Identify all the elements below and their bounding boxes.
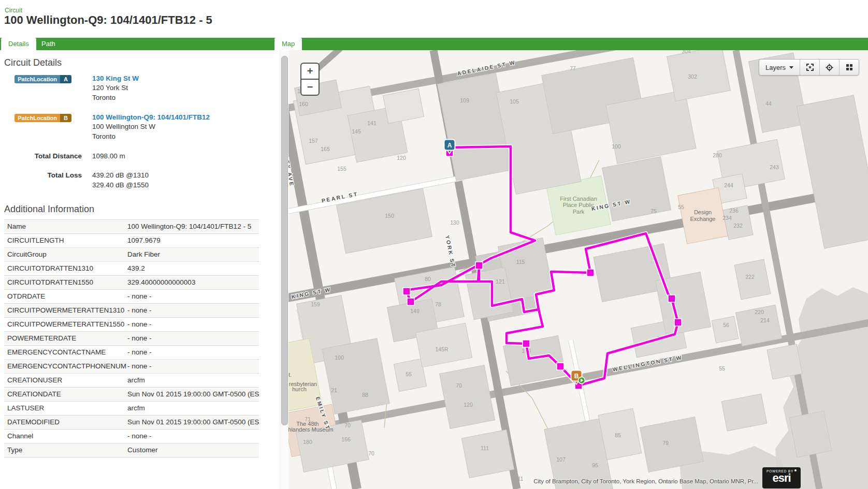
map-label: 243 [770,164,779,170]
info-key: OTDRDATE [4,290,127,303]
fullscreen-icon[interactable] [800,60,819,75]
info-row: CIRCUITPOWERMETERATTEN1310- none - [4,304,259,318]
map-label: 232 [733,223,743,229]
info-value: Sun Nov 01 2015 19:00:00 GMT-0500 (EST) [127,388,259,401]
building [789,411,832,457]
info-row: CircuitGroupDark Fiber [4,248,259,262]
map-label: 78 [435,301,441,307]
total-value: 1098.00 m [92,152,125,160]
building [767,344,802,379]
tab-bar: Details Path Map [0,38,868,50]
location-address-line: 120 York St [92,84,128,92]
map-label: 141 [367,120,377,126]
layers-dropdown-button[interactable]: Layers [759,60,800,75]
info-value: - none - [127,360,259,373]
esri-globe-dot [794,469,797,471]
circuit-vertex[interactable] [587,269,594,276]
tab-details[interactable]: Details [1,38,36,50]
circuit-vertex[interactable] [403,288,410,295]
info-key: CIRCUITOTDRATTEN1550 [4,276,127,289]
info-row: DATEMODIFIEDSun Nov 01 2015 19:00:00 GMT… [4,416,259,429]
info-value: 329.40000000000003 [127,276,259,289]
location-address-line: Toronto [92,132,115,140]
zoom-out-button[interactable]: − [301,80,319,95]
map-label: 234 [722,215,732,221]
circuit-vertex[interactable] [407,298,414,305]
info-row: CREATIONUSERarcfm [4,374,259,388]
map-label: 85 [615,432,621,438]
map-svg[interactable]: ADELAIDE ST WKING ST WKING ST WWELLINGTO… [288,50,868,489]
page-header: Circuit 100 Wellington-Q9: 104/1401/FTB1… [0,0,868,38]
map-label: 11 [518,476,524,482]
circuit-vertex[interactable] [674,319,682,326]
map-label: 280 [713,152,722,158]
circuit-vertex[interactable] [557,363,564,370]
map-label: Park [573,209,585,215]
map-label: 88 [362,392,368,398]
info-key: EMERGENCYCONTACTPHONENUM [4,360,127,373]
map-label: Design [694,209,712,215]
map-label: 21 [331,387,337,393]
total-value: 329.40 dB @1550 [92,181,149,189]
tab-map[interactable]: Map [274,38,302,50]
map-label: 120 [464,402,473,408]
locate-icon[interactable] [819,60,839,75]
circuit-vertex[interactable] [668,295,675,302]
map-label: 100 [612,143,621,150]
map-label: 120 [397,155,406,161]
info-value: arcfm [127,402,259,415]
map-label: 121 [496,278,505,285]
panel-scrollbar-thumb[interactable] [281,56,288,425]
map-label: 75 [650,208,657,214]
info-row: CIRCUITOTDRATTEN1310439.2 [4,262,259,276]
map-label: 214 [760,317,770,323]
map-label: 70 [456,382,462,389]
info-value: - none - [127,429,259,443]
circuit-vertex[interactable] [475,262,483,269]
total-value: 439.20 dB @1310 [92,171,149,179]
map-label: 44 [765,100,772,107]
info-key: CircuitGroup [4,248,127,261]
map-label: 105 [510,98,519,105]
map-canvas[interactable]: ADELAIDE ST WKING ST WKING ST WWELLINGTO… [288,50,868,489]
info-row: POWERMETERDATE- none - [4,332,259,346]
info-row: EMERGENCYCONTACTNAME- none - [4,346,259,360]
location-link[interactable]: 130 King St W [92,75,139,82]
map-label: First Canadian [560,196,597,202]
info-key: CIRCUITPOWERMETERATTEN1310 [4,304,127,317]
map-label: 55 [719,365,725,372]
map-label: 236 [729,208,739,214]
info-key: EMERGENCYCONTACTNAME [4,346,127,359]
patch-location-badge: PatchLocationA [15,75,71,83]
tab-path[interactable]: Path [34,38,63,50]
svg-text:A: A [447,142,452,149]
map-zoom-control: + − [300,63,320,96]
info-value: Dark Fiber [127,248,259,261]
breadcrumb: Circuit [5,7,22,14]
info-key: CIRCUITLENGTH [4,234,127,247]
additional-info-title: Additional Information [4,204,94,215]
map-label: 95 [592,462,598,468]
map-toolbar: Layers [759,59,859,76]
svg-text:B: B [574,373,579,380]
map-label: 70 [344,422,351,428]
info-row: Name100 Wellington-Q9: 104/1401/FTB12 - … [4,220,259,234]
basemap-grid-icon[interactable] [839,60,859,75]
info-value: - none - [127,318,259,331]
map-attribution: City of Brampton, City of Toronto, York … [533,478,758,484]
info-key: DATEMODIFIED [4,416,127,429]
circuit-vertex[interactable] [523,340,530,347]
map-label: hurch [292,386,307,392]
map-label: 71 [305,416,311,422]
info-key: Name [4,220,127,233]
map-label: 165 [321,146,330,152]
location-link[interactable]: 100 Wellington-Q9: 104/1401/FTB12 [92,113,210,121]
map-label: 302 [688,73,697,80]
zoom-in-button[interactable]: + [301,64,319,80]
layers-label: Layers [765,64,786,71]
info-row: Channel- none - [4,429,259,443]
circuit-details-title: Circuit Details [4,57,62,68]
map-label: Exchange [690,216,716,222]
info-value: arcfm [127,374,259,387]
info-key: CIRCUITOTDRATTEN1310 [4,262,127,275]
